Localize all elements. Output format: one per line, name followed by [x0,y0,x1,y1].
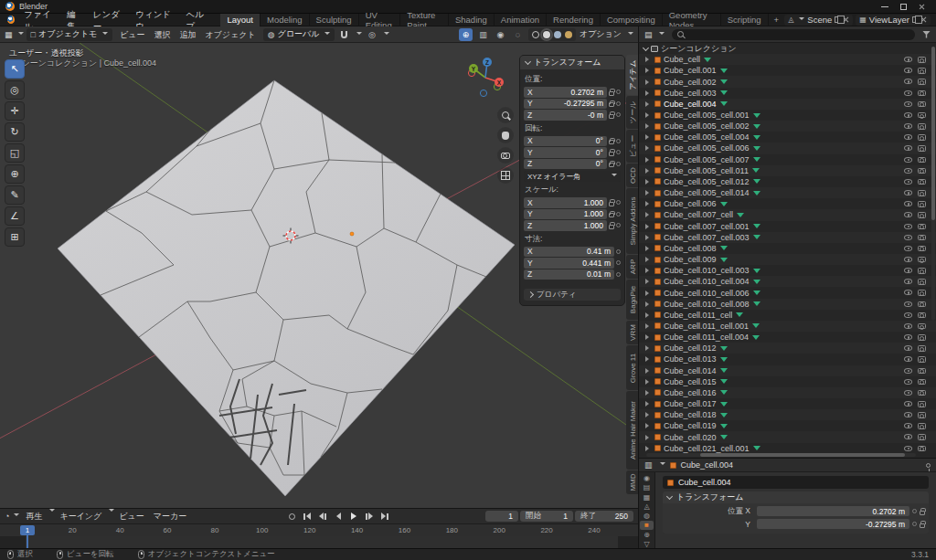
disable-in-render-icon[interactable] [918,101,926,108]
transform-x-field[interactable]: X0.2702 m [524,87,607,98]
transform-section-header[interactable]: トランスフォーム [663,491,929,503]
expand-icon[interactable] [645,268,652,273]
transform-tool[interactable]: ⊕ [5,164,25,184]
expand-icon[interactable] [645,379,652,385]
hide-in-viewport-icon[interactable] [904,201,912,206]
expand-icon[interactable] [645,68,652,73]
hide-in-viewport-icon[interactable] [904,390,912,396]
outliner-row[interactable]: Cube_cell.020 [639,431,936,442]
disable-in-render-icon[interactable] [918,301,926,308]
hide-in-viewport-icon[interactable] [904,279,912,284]
end-frame-field[interactable]: 終了250 [575,511,633,522]
properties-subpanel-header[interactable]: プロパティ [524,289,621,301]
snap-toggle[interactable] [337,28,351,41]
decorator-dot[interactable] [616,260,621,265]
expand-icon[interactable] [645,423,652,428]
decorator-dot[interactable] [616,112,621,117]
axis-neg-z-ball[interactable] [480,90,486,96]
expand-icon[interactable] [645,246,652,251]
expand-icon[interactable] [645,356,652,362]
disable-in-render-icon[interactable] [918,90,926,97]
hide-in-viewport-icon[interactable] [904,145,912,151]
disable-in-render-icon[interactable] [918,446,926,452]
hide-in-viewport-icon[interactable] [904,68,912,73]
outliner-row[interactable]: Cube_cell.017 [639,398,936,409]
viewport-menu[interactable]: 選択 [149,27,175,42]
outliner-row[interactable]: Cube_cell.009 [639,254,936,265]
remove-view-layer-icon[interactable] [920,16,927,23]
disable-in-render-icon[interactable] [918,290,926,296]
hide-in-viewport-icon[interactable] [904,290,912,295]
disable-in-render-icon[interactable] [918,190,926,196]
object-tab[interactable]: ■ [640,521,654,529]
hide-in-viewport-icon[interactable] [904,157,912,163]
auto-keying-toggle[interactable] [285,510,299,523]
workspace-tab[interactable]: UV Editing [359,14,401,26]
outliner-row[interactable]: Cube_cell.011_cell [639,310,936,321]
disable-in-render-icon[interactable] [918,279,926,285]
workspace-tab[interactable]: Layout [220,14,261,26]
pin-icon[interactable] [926,463,931,468]
decorator-dot[interactable] [616,101,621,106]
expand-icon[interactable] [645,157,652,163]
hide-in-viewport-icon[interactable] [904,212,912,217]
hide-in-viewport-icon[interactable] [904,101,912,107]
workspace-tab[interactable]: Geometry Nodes [663,14,721,26]
transform-y-field[interactable]: Y-0.27295 m [524,99,607,110]
expand-icon[interactable] [645,301,652,307]
lock-icon[interactable] [609,202,614,206]
expand-icon[interactable] [645,201,652,206]
expand-icon[interactable] [645,212,652,217]
navigation-gizmo[interactable]: X Y Z [462,54,509,101]
outliner-row[interactable]: Cube_cell.005_cell.002 [639,121,936,132]
transform-row-field[interactable]: 0.2702 m [757,506,909,517]
disable-in-render-icon[interactable] [918,168,926,174]
lock-icon[interactable] [609,140,614,144]
expand-icon[interactable] [645,291,652,296]
outliner-row[interactable]: Cube_cell.013 [639,354,936,365]
transform-panel-header[interactable]: トランスフォーム [520,56,624,69]
expand-icon[interactable] [645,145,652,151]
timeline-track[interactable] [0,536,638,548]
sidebar-tab[interactable]: アイテム [626,55,638,95]
outliner-row[interactable]: Cube_cell.012 [639,343,936,354]
outliner-row[interactable]: Cube_cell.003 [639,88,936,99]
outliner-row[interactable]: Cube_cell.010_cell.003 [639,265,936,276]
lock-icon[interactable] [609,114,614,119]
decorator-dot[interactable] [616,139,621,143]
hide-in-viewport-icon[interactable] [904,179,912,185]
expand-icon[interactable] [645,279,652,284]
transform-orientation-dropdown[interactable]: ◍ グローバル [263,28,335,41]
outliner-row[interactable]: Cube_cell.007_cell [639,209,936,220]
options-dropdown[interactable]: オプション [580,28,622,40]
workspace-tab[interactable]: Sculpting [310,14,359,26]
disable-in-render-icon[interactable] [918,368,926,375]
expand-icon[interactable] [645,168,652,174]
expand-icon[interactable] [645,390,652,396]
workspace-tab[interactable]: Compositing [601,14,663,26]
previous-keyframe-button[interactable] [316,510,330,523]
lock-icon[interactable] [920,511,925,515]
hide-in-viewport-icon[interactable] [904,446,912,451]
hide-in-viewport-icon[interactable] [904,312,912,318]
hide-in-viewport-icon[interactable] [904,134,912,140]
annotate-tool[interactable]: ✎ [5,185,25,205]
transform-row-field[interactable]: -0.27295 m [757,519,909,530]
decorator-dot[interactable] [912,522,917,526]
workspace-tab[interactable]: Texture Paint [400,14,449,26]
sidebar-tab[interactable]: ARP [626,255,638,279]
expand-icon[interactable] [645,368,652,374]
expand-icon[interactable] [645,79,652,85]
hide-in-viewport-icon[interactable] [904,224,912,229]
sidebar-tab[interactable]: Grove 11 [626,345,638,390]
sidebar-tab[interactable]: ツール [626,96,638,129]
disable-in-render-icon[interactable] [918,79,926,85]
hide-in-viewport-icon[interactable] [904,356,912,362]
sidebar-tab[interactable]: VRM [626,321,638,344]
disable-in-render-icon[interactable] [918,423,926,429]
outliner-row[interactable]: Cube_cell.016 [639,387,936,398]
outliner-row[interactable]: Cube_cell.005_cell.001 [639,110,936,121]
hide-in-viewport-icon[interactable] [904,112,912,118]
outliner-row[interactable]: Cube_cell.005_cell.014 [639,187,936,198]
view-layer-tab[interactable]: ▦ [640,493,654,502]
